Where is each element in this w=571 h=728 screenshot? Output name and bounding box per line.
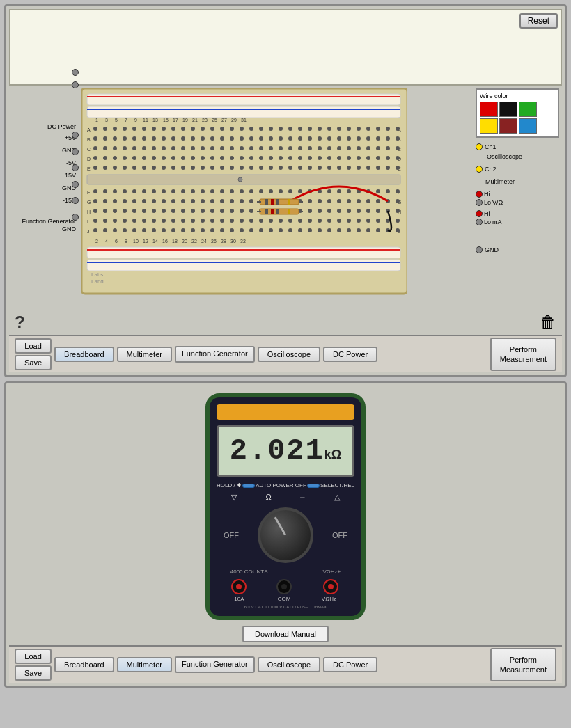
dc-minus15v-connector[interactable] xyxy=(72,214,79,221)
svg-point-143 xyxy=(249,156,253,160)
svg-point-75 xyxy=(210,136,214,141)
port-10a-inner xyxy=(236,584,242,589)
svg-point-311 xyxy=(210,219,214,223)
svg-point-68 xyxy=(142,136,146,141)
svg-point-85 xyxy=(308,136,312,141)
ohm-sym: Ω xyxy=(266,493,272,502)
svg-point-262 xyxy=(357,199,361,203)
svg-text:15: 15 xyxy=(163,118,169,122)
svg-point-107 xyxy=(210,146,214,150)
mm-top-stripe xyxy=(217,404,354,420)
svg-point-228 xyxy=(337,189,341,193)
dc-power-tab[interactable]: DC Power xyxy=(323,347,377,362)
hold-button[interactable] xyxy=(242,484,255,488)
download-manual-button[interactable]: Download Manual xyxy=(242,626,329,642)
select-rel-button[interactable] xyxy=(307,484,320,488)
svg-point-46 xyxy=(240,127,244,131)
svg-point-106 xyxy=(201,146,205,150)
wire-color-red[interactable] xyxy=(480,102,498,117)
perform-measurement-button[interactable]: Perform Measurement xyxy=(490,338,556,372)
svg-point-159 xyxy=(93,166,97,170)
svg-point-186 xyxy=(357,166,361,170)
svg-point-61 xyxy=(386,127,390,131)
save-button[interactable]: Save xyxy=(15,355,52,370)
svg-point-259 xyxy=(327,199,331,203)
lo-vohm-connector[interactable] xyxy=(476,199,483,206)
svg-text:6: 6 xyxy=(115,239,118,244)
load-button-2[interactable]: Load xyxy=(15,649,52,664)
function-generator-tab[interactable]: Function Generator xyxy=(175,346,255,362)
port-com-hole[interactable] xyxy=(276,579,292,594)
svg-rect-397 xyxy=(276,209,279,214)
fg-out-connector[interactable] xyxy=(72,69,79,76)
function-generator-tab-2[interactable]: Function Generator xyxy=(175,656,255,672)
mm-dial[interactable] xyxy=(258,507,313,563)
breadboard-tab-2[interactable]: Breadboard xyxy=(54,657,114,672)
ch1-connector[interactable] xyxy=(476,143,483,150)
svg-point-169 xyxy=(191,166,195,170)
breadboard-tab[interactable]: Breadboard xyxy=(54,347,114,362)
load-save-group: Load Save xyxy=(15,338,52,370)
svg-point-92 xyxy=(376,136,380,141)
off-left-label: OFF xyxy=(224,531,239,539)
breadboard-svg: 1 3 5 7 9 11 13 15 17 19 21 23 25 27 29 … xyxy=(81,88,407,304)
wire-color-green[interactable] xyxy=(519,102,537,117)
gnd-bottom-connector[interactable] xyxy=(476,246,483,253)
svg-point-99 xyxy=(132,146,136,150)
ch2-connector[interactable] xyxy=(476,166,483,173)
dc-gnd1-connector[interactable] xyxy=(72,148,79,155)
svg-point-32 xyxy=(103,127,107,131)
dc-plus15v-connector[interactable] xyxy=(72,181,79,188)
trash-icon[interactable]: 🗑 xyxy=(540,312,556,332)
multimeter-device: 2.021kΩ HOLD / ✱ AUTO POWER OFF SELECT/R… xyxy=(205,393,366,620)
svg-point-204 xyxy=(103,189,107,193)
wire-color-yellow[interactable] xyxy=(480,118,498,134)
svg-point-86 xyxy=(318,136,322,141)
svg-point-277 xyxy=(191,209,195,213)
svg-point-84 xyxy=(298,136,302,141)
mm-display: 2.021kΩ xyxy=(217,425,354,477)
dc-plus5v-connector[interactable] xyxy=(72,132,79,139)
svg-point-306 xyxy=(162,219,166,223)
oscilloscope-tab[interactable]: Oscilloscope xyxy=(258,347,320,362)
dc-gnd2-connector[interactable] xyxy=(72,197,79,204)
reset-button[interactable]: Reset xyxy=(519,13,558,29)
port-com-label: COM xyxy=(278,596,291,602)
svg-point-331 xyxy=(93,228,97,232)
svg-point-98 xyxy=(123,146,127,150)
help-icon[interactable]: ? xyxy=(15,312,25,332)
port-10a-hole[interactable] xyxy=(231,579,247,594)
wire-color-blue[interactable] xyxy=(519,118,537,134)
svg-point-304 xyxy=(142,219,146,223)
lo-ma-connector[interactable] xyxy=(476,219,483,225)
svg-rect-396 xyxy=(271,209,274,214)
svg-point-39 xyxy=(171,127,175,131)
wire-color-label: Wire color xyxy=(480,93,555,100)
svg-point-328 xyxy=(376,219,380,223)
dc-power-tab-2[interactable]: DC Power xyxy=(323,657,377,672)
multimeter-tab[interactable]: Multimeter xyxy=(117,347,172,362)
multimeter-tab-2[interactable]: Multimeter xyxy=(117,657,172,672)
hi-ma-connector[interactable] xyxy=(476,210,483,217)
lo-vohm-row: Lo V/Ω xyxy=(476,199,559,206)
oscilloscope-tab-2[interactable]: Oscilloscope xyxy=(258,657,320,672)
load-button[interactable]: Load xyxy=(15,338,52,354)
svg-point-44 xyxy=(220,127,224,131)
lo-label: Lo xyxy=(484,199,491,206)
wire-color-brown[interactable] xyxy=(499,118,517,134)
hi-vohm-connector[interactable] xyxy=(476,191,483,198)
save-button-2[interactable]: Save xyxy=(15,665,52,681)
wire-color-black[interactable] xyxy=(499,102,517,117)
svg-point-257 xyxy=(308,199,312,203)
perform-measurement-button-2[interactable]: Perform Measurement xyxy=(490,648,556,682)
svg-point-42 xyxy=(201,127,205,131)
svg-text:J: J xyxy=(87,229,90,234)
svg-point-327 xyxy=(366,219,370,223)
svg-text:I: I xyxy=(87,219,88,224)
svg-point-175 xyxy=(249,166,253,170)
fg-gnd-connector[interactable] xyxy=(72,81,79,88)
off-right-label: OFF xyxy=(332,531,347,539)
port-vohz-hole[interactable] xyxy=(323,579,338,594)
dc-minus5v-connector[interactable] xyxy=(72,164,79,171)
svg-text:H: H xyxy=(87,209,91,214)
